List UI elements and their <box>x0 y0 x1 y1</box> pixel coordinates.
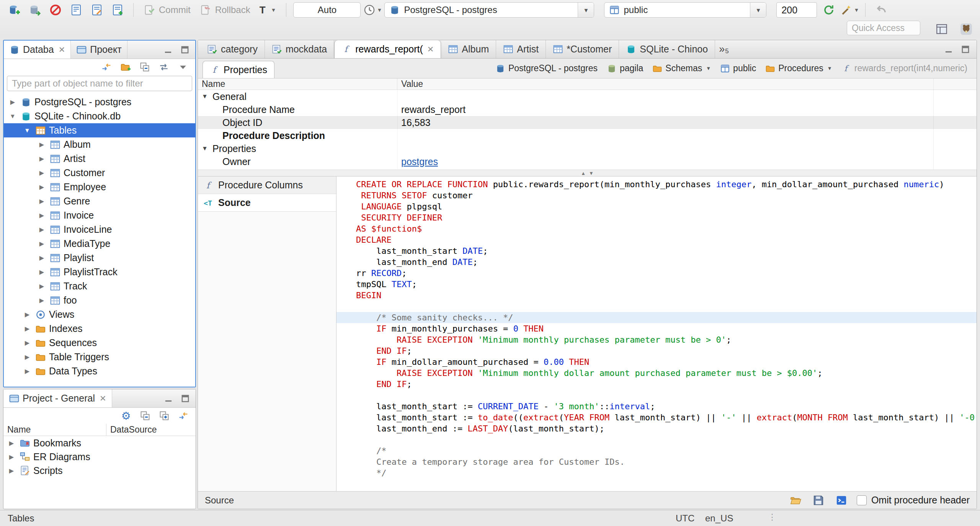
expand-arrow-icon[interactable]: ▶ <box>37 183 47 191</box>
expand-arrow-icon[interactable]: ▶ <box>8 98 18 106</box>
editor-tab-customer[interactable]: *Customer <box>546 40 619 58</box>
tree-item-sequences[interactable]: ▶Sequences <box>4 336 195 350</box>
editor-tab-sqlite-chinoo[interactable]: SQLite - Chinoo <box>619 40 715 58</box>
tree-item-table-triggers[interactable]: ▶Table Triggers <box>4 350 195 364</box>
tree-item-artist[interactable]: ▶Artist <box>4 152 195 166</box>
object-filter-input[interactable] <box>7 76 192 91</box>
tree-item-foo[interactable]: ▶foo <box>4 293 195 307</box>
load-from-file-button[interactable] <box>788 493 803 508</box>
property-group-general[interactable]: ▼General <box>198 90 977 103</box>
collapse-all-button[interactable] <box>138 409 152 423</box>
open-sql-script-button[interactable] <box>88 1 106 19</box>
expand-arrow-icon[interactable]: ▶ <box>37 254 47 261</box>
new-sql-editor-button[interactable] <box>109 1 126 19</box>
column-header-datasource[interactable]: DataSource <box>106 424 196 436</box>
schema-select[interactable]: public▼ <box>604 2 766 18</box>
open-in-sql-console-button[interactable] <box>834 493 849 508</box>
splitter-handle[interactable]: ▲ ▼ <box>198 170 977 176</box>
back-button[interactable] <box>872 1 890 19</box>
expand-arrow-icon[interactable]: ▶ <box>37 283 47 290</box>
connection-select[interactable]: PostgreSQL - postgres▼ <box>384 2 594 18</box>
breadcrumb-item-public[interactable]: public <box>720 63 756 74</box>
project-item-er-diagrams[interactable]: ▶ER Diagrams <box>3 450 196 464</box>
expand-all-button[interactable] <box>157 409 171 423</box>
breadcrumb-item-schemas[interactable]: Schemas▼ <box>652 63 711 74</box>
minimize-button[interactable] <box>161 42 175 57</box>
tab-overflow-button[interactable]: »5 <box>715 40 733 58</box>
mock-data-button[interactable]: ▼ <box>841 1 858 19</box>
expand-arrow-icon[interactable]: ▶ <box>37 141 47 148</box>
expand-arrow-icon[interactable]: ▶ <box>37 240 47 247</box>
project-item-scripts[interactable]: ▶Scripts <box>3 464 196 477</box>
omit-procedure-header-checkbox[interactable]: Omit procedure header <box>857 495 970 506</box>
expand-arrow-icon[interactable]: ▶ <box>22 325 32 332</box>
link-with-editor-button[interactable] <box>176 409 190 423</box>
transaction-mode-button[interactable]: T▼ <box>256 4 279 16</box>
property-row-object-id[interactable]: Object ID16,583 <box>198 116 977 129</box>
tree-item-employee[interactable]: ▶Employee <box>4 180 195 194</box>
maximize-button[interactable] <box>178 42 192 57</box>
collapse-arrow-icon[interactable]: ▼ <box>8 113 18 120</box>
fetch-size-input[interactable] <box>776 2 817 18</box>
tree-item-genre[interactable]: ▶Genre <box>4 194 195 208</box>
close-icon[interactable]: ✕ <box>100 394 106 403</box>
collapse-arrow-icon[interactable]: ▼ <box>202 93 210 100</box>
editor-tab-mockdata[interactable]: mockdata <box>265 40 334 58</box>
tree-item-invoiceline[interactable]: ▶InvoiceLine <box>4 222 195 237</box>
sync-button[interactable] <box>157 60 171 74</box>
minimize-button[interactable] <box>941 42 956 57</box>
tree-item-data-types[interactable]: ▶Data Types <box>4 364 195 378</box>
expand-arrow-icon[interactable]: ▶ <box>22 311 32 318</box>
open-perspective-button[interactable] <box>933 21 950 38</box>
maximize-button[interactable] <box>178 391 193 406</box>
property-row-procedure-description[interactable]: Procedure Description <box>198 129 977 142</box>
status-timezone[interactable]: UTC <box>676 513 694 524</box>
column-header-name[interactable]: Name <box>3 425 106 435</box>
tree-item-playlist[interactable]: ▶Playlist <box>4 251 195 265</box>
view-menu-button[interactable] <box>176 60 190 74</box>
rollback-button[interactable]: Rollback <box>197 4 253 16</box>
tab-properties[interactable]: f Properties <box>203 61 274 78</box>
tree-item-playlisttrack[interactable]: ▶PlaylistTrack <box>4 265 195 279</box>
breadcrumb-item-postgresql-postgres[interactable]: PostgreSQL - postgres <box>495 63 598 74</box>
disconnect-button[interactable] <box>47 1 64 19</box>
property-row-procedure-name[interactable]: Procedure Namerewards_report <box>198 103 977 116</box>
editor-tab-category[interactable]: category <box>200 40 265 58</box>
property-value-link[interactable]: postgres <box>401 156 438 167</box>
expand-arrow-icon[interactable]: ▶ <box>37 198 47 205</box>
tree-item-sqlite-chinook-db[interactable]: ▼SQLite - Chinook.db <box>4 109 195 123</box>
expand-arrow-icon[interactable]: ▶ <box>37 155 47 162</box>
expand-arrow-icon[interactable]: ▶ <box>7 439 16 447</box>
expand-arrow-icon[interactable]: ▶ <box>7 453 16 461</box>
close-icon[interactable]: ✕ <box>59 45 65 54</box>
editor-tab-artist[interactable]: Artist <box>496 40 546 58</box>
collapse-down-icon[interactable]: ▼ <box>589 170 594 176</box>
tree-item-track[interactable]: ▶Track <box>4 279 195 293</box>
tree-item-postgresql-postgres[interactable]: ▶PostgreSQL - postgres <box>4 95 195 109</box>
expand-arrow-icon[interactable]: ▶ <box>37 268 47 276</box>
transaction-log-button[interactable]: ▼ <box>364 1 381 19</box>
breadcrumb-item-pagila[interactable]: pagila <box>607 63 643 74</box>
tree-item-views[interactable]: ▶Views <box>4 307 195 322</box>
expand-arrow-icon[interactable]: ▶ <box>22 368 32 375</box>
new-folder-button[interactable] <box>119 60 132 74</box>
tree-item-mediatype[interactable]: ▶MediaType <box>4 237 195 251</box>
expand-arrow-icon[interactable]: ▶ <box>22 353 32 361</box>
expand-arrow-icon[interactable]: ▶ <box>37 297 47 304</box>
detail-tab-procedure-columns[interactable]: fProcedure Columns <box>198 176 336 194</box>
save-to-file-button[interactable] <box>811 493 826 508</box>
property-group-properties[interactable]: ▼Properties <box>198 142 977 155</box>
expand-arrow-icon[interactable]: ▶ <box>37 212 47 219</box>
breadcrumb-item-procedures[interactable]: Procedures▼ <box>765 63 832 74</box>
close-icon[interactable]: ✕ <box>427 45 434 54</box>
new-connection-button[interactable] <box>5 1 23 19</box>
property-row-owner[interactable]: Ownerpostgres <box>198 155 977 168</box>
checkbox-icon[interactable] <box>857 495 867 505</box>
expand-arrow-icon[interactable]: ▶ <box>7 467 16 474</box>
tree-item-invoice[interactable]: ▶Invoice <box>4 208 195 222</box>
settings-button[interactable]: ⚙ <box>119 409 133 423</box>
chevron-down-icon[interactable]: ▼ <box>706 65 711 71</box>
dbeaver-perspective-button[interactable] <box>958 21 975 38</box>
status-locale[interactable]: en_US <box>705 513 733 524</box>
maximize-button[interactable] <box>958 42 973 57</box>
